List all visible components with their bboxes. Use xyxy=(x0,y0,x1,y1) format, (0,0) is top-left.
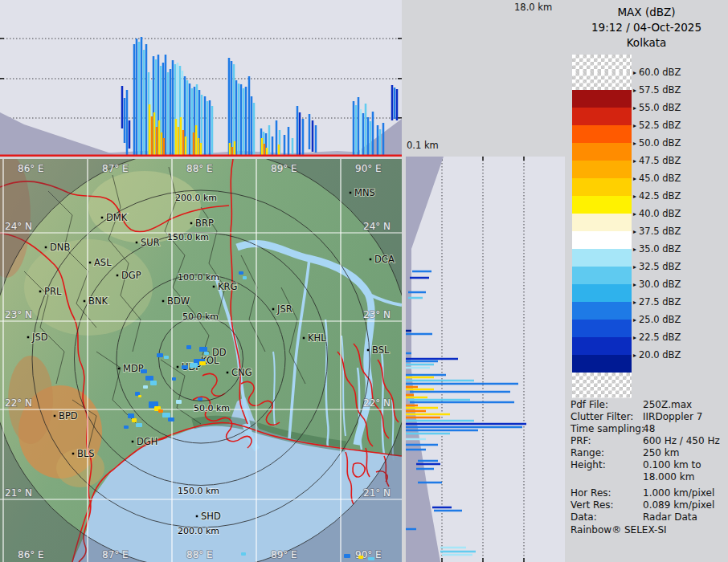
tick-arrow-icon: ▸ xyxy=(633,281,636,288)
radar-map: 86° E86° E87° E87° E88° E88° E89° E89° E… xyxy=(0,159,402,562)
echo-bar xyxy=(370,121,372,155)
product-timestamp: 19:12 / 04-Oct-2025 xyxy=(565,20,728,35)
echo-cell xyxy=(241,552,246,556)
color-band xyxy=(572,284,632,302)
echo-cell xyxy=(168,417,174,422)
echo-bar xyxy=(418,482,442,484)
tick-arrow-icon: ▸ xyxy=(633,193,636,200)
city-dot xyxy=(54,415,56,417)
echo-bar xyxy=(245,87,247,155)
latitude-label: 23° N xyxy=(5,309,32,320)
echo-bar xyxy=(253,103,256,155)
city-dot xyxy=(190,222,193,225)
echo-bar xyxy=(362,113,365,155)
echo-bar xyxy=(163,138,166,155)
range-ring-label: 200.0 km xyxy=(175,193,217,203)
longitude-label: 86° E xyxy=(18,163,44,174)
city-code-label: ASL xyxy=(94,257,112,268)
echo-bar xyxy=(251,96,253,155)
echo-bar xyxy=(355,105,358,155)
echo-bar xyxy=(406,410,426,413)
echo-cell xyxy=(145,376,153,381)
echo-bar xyxy=(406,330,411,332)
city-dot xyxy=(177,366,179,369)
echo-bar xyxy=(406,407,438,409)
echo-bar xyxy=(138,42,141,155)
color-band xyxy=(572,355,632,373)
echo-bar xyxy=(297,106,299,155)
echo-bar xyxy=(189,83,191,155)
radar-app-window: { "legend": { "title_lines": ["MAX (dBZ)… xyxy=(0,0,728,562)
echo-bar xyxy=(406,380,474,382)
legend-entry-value: 27.5 dBZ xyxy=(639,296,681,307)
echo-bar xyxy=(284,135,286,155)
city-code-label: BNK xyxy=(88,295,108,307)
tick-arrow-icon: ▸ xyxy=(633,157,636,165)
echo-cell xyxy=(199,347,207,352)
color-band xyxy=(572,125,632,143)
city-code-label: BPD xyxy=(59,410,78,422)
city-code-label: DGP xyxy=(121,270,141,281)
echo-bar xyxy=(180,117,182,155)
echo-cell xyxy=(143,385,148,389)
range-ring-label: 200.0 km xyxy=(178,526,219,536)
city-dot xyxy=(272,308,275,311)
echo-cell xyxy=(141,369,147,373)
echo-bar xyxy=(440,547,466,549)
city-code-label: BRP xyxy=(195,218,214,229)
echo-bar xyxy=(406,438,426,441)
echo-cell xyxy=(199,361,206,365)
city-code-label: MDP xyxy=(123,363,144,374)
echo-bar xyxy=(406,405,418,407)
legend-entry-label: ▸52.5 dBZ xyxy=(633,120,681,132)
latitude-label: 24° N xyxy=(363,221,391,232)
meta-row-value: Radar Data xyxy=(643,511,697,523)
echo-cell xyxy=(136,423,142,427)
echo-bar xyxy=(156,127,158,155)
tick-arrow-icon: ▸ xyxy=(633,316,636,324)
city-dot xyxy=(370,259,372,261)
echo-cell xyxy=(358,556,363,559)
meta-row-label: Clutter Filter: xyxy=(571,411,633,422)
echo-bar xyxy=(149,104,151,155)
echo-bar xyxy=(195,125,198,155)
echo-bar xyxy=(377,125,379,155)
echo-bar xyxy=(133,44,136,155)
echo-bar xyxy=(136,39,138,155)
right-height-profile-panel xyxy=(406,157,565,562)
range-ring-label: 100.0 km xyxy=(178,272,219,283)
legend-entry-value: 52.5 dBZ xyxy=(639,120,681,131)
meta-row-label: PRF: xyxy=(571,435,591,446)
city-dot xyxy=(196,515,198,518)
legend-entry-value: 22.5 dBZ xyxy=(639,332,681,343)
meta-row-label: Pdf File: xyxy=(571,399,608,410)
echo-bar xyxy=(292,138,294,155)
tick-arrow-icon: ▸ xyxy=(633,263,636,271)
longitude-label: 86° E xyxy=(18,549,44,560)
echo-cell xyxy=(124,426,129,429)
software-brand: Rainbow® SELEX-SI xyxy=(571,524,667,536)
echo-bar xyxy=(410,401,514,404)
echo-bar xyxy=(353,101,355,155)
echo-bar xyxy=(229,143,231,155)
range-ring-label: 150.0 km xyxy=(178,486,219,496)
echo-bar xyxy=(406,386,418,389)
legend-entry-value: 25.0 dBZ xyxy=(639,314,681,325)
legend-entry-label: ▸45.0 dBZ xyxy=(633,173,681,185)
city-dot xyxy=(136,242,138,244)
color-band-above-60 xyxy=(572,55,632,72)
legend-entry-label: ▸50.0 dBZ xyxy=(633,137,681,149)
city-code-label: DCA xyxy=(374,254,395,265)
city-code-label: JSR xyxy=(276,303,292,315)
legend-entry-label: ▸55.0 dBZ xyxy=(633,102,681,114)
meta-row-label: Height: xyxy=(571,459,606,470)
echo-cell xyxy=(204,352,209,355)
echo-bar xyxy=(124,98,126,143)
profile-baseline xyxy=(0,155,402,157)
meta-row-label: Time sampling: xyxy=(571,423,644,434)
color-band xyxy=(572,143,632,161)
color-band xyxy=(572,249,632,267)
echo-bar xyxy=(243,88,245,155)
legend-entry-label: ▸40.0 dBZ xyxy=(633,208,681,220)
echo-bar xyxy=(367,117,370,155)
